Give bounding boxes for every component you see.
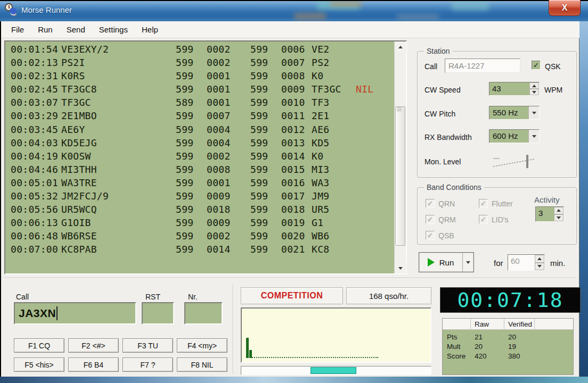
log-rst-s: 589 [176, 97, 207, 110]
fkey-button-6[interactable]: F6 B4 [68, 357, 119, 372]
log-rst-r: 599 [250, 230, 281, 244]
fkey-button-7[interactable]: F7 ? [123, 357, 173, 372]
run-button[interactable]: Run [419, 253, 462, 272]
cw-speed-spinner[interactable]: 43 [489, 82, 540, 96]
log-row: 00:04:03KD5EJG59900045990013KD5 [5, 137, 393, 151]
log-pref: WA3 [312, 177, 356, 190]
mon-level-label: Mon. Level [424, 157, 461, 166]
progress-bar [241, 366, 431, 375]
timer-display: 00:07:18 [440, 287, 581, 313]
station-call-input[interactable]: R4A-1227 [445, 59, 520, 73]
cw-speed-up-button[interactable] [529, 82, 539, 89]
fkey-button-3[interactable]: F3 TU [123, 338, 173, 353]
cw-pitch-label: CW Pitch [424, 110, 455, 118]
menu-item-run[interactable]: Run [31, 23, 60, 36]
activity-down-button[interactable] [554, 214, 564, 222]
cw-pitch-dropdown-button[interactable] [528, 106, 539, 119]
log-nr-s: 0001 [207, 84, 250, 97]
fkey-button-2[interactable]: F2 <#> [68, 338, 119, 353]
spin-down-icon [532, 91, 536, 94]
mon-level-slider[interactable] [490, 152, 539, 170]
qso-log-panel[interactable]: 00:01:54VE3EXY/259900025990006VE200:02:1… [4, 40, 407, 274]
station-group-title: Station [424, 47, 453, 55]
minutes-spinner[interactable]: 60 [508, 254, 545, 271]
log-rst-r: 599 [250, 84, 281, 97]
minutes-down-button[interactable] [535, 263, 544, 271]
qsk-label: QSK [545, 62, 561, 71]
log-time: 00:02:13 [11, 57, 61, 70]
scrollbar-grip-icon [397, 107, 402, 112]
log-nr-r: 0012 [281, 124, 312, 137]
lids-checkbox: ✓ [479, 215, 488, 224]
rx-bandwidth-select[interactable]: 600 Hz [489, 129, 540, 143]
qrn-checkbox: ✓ [426, 199, 435, 208]
scrollbar-down-button[interactable] [395, 263, 406, 273]
log-row: 00:04:46MI3THH59900085990015MI3 [5, 164, 393, 177]
log-nr-r: 0018 [281, 204, 312, 217]
close-button[interactable]: X [549, 0, 581, 16]
rx-bandwidth-label: RX Bandwidth [424, 133, 472, 141]
rate-value: 168 qso/hr. [369, 292, 409, 301]
check-icon: ✓ [480, 216, 486, 223]
log-call: G1OIB [61, 217, 176, 230]
log-call: JM2FCJ/9 [61, 190, 176, 204]
run-dropdown-button[interactable] [462, 253, 473, 272]
score-row-pts: Pts2120 [443, 333, 573, 343]
qsk-checkbox[interactable]: ✓ [532, 61, 541, 70]
run-control: Run [419, 252, 474, 272]
title-bar[interactable]: Morse Runner [0, 1, 588, 21]
app-icon [4, 3, 19, 18]
log-row: 00:05:32JM2FCJ/959900095990017JM9 [5, 190, 393, 204]
check-icon: ✓ [427, 200, 433, 207]
log-rst-s: 599 [176, 84, 207, 97]
log-nr-s: 0002 [207, 151, 250, 164]
log-rst-r: 599 [250, 110, 281, 123]
text-caret [56, 306, 58, 320]
minutes-up-button[interactable] [535, 255, 544, 263]
fkey-button-1[interactable]: F1 CQ [14, 338, 64, 353]
check-icon: ✓ [533, 62, 539, 69]
log-nr-r: 0009 [281, 84, 312, 97]
log-pref: 2E1 [312, 110, 356, 123]
menu-item-send[interactable]: Send [60, 23, 92, 36]
timer-value: 00:07:18 [457, 288, 563, 312]
menu-item-help[interactable]: Help [135, 23, 165, 36]
log-time: 00:03:29 [11, 110, 61, 123]
rx-bandwidth-dropdown-button[interactable] [528, 130, 539, 143]
fkey-button-5[interactable]: F5 <his> [14, 357, 64, 372]
log-rst-r: 599 [250, 151, 281, 164]
fkey-button-4[interactable]: F4 <my> [177, 338, 227, 353]
checkbox-label: LID's [492, 215, 508, 224]
log-call: WB6RSE [61, 230, 176, 244]
entry-nr-input[interactable] [184, 302, 223, 324]
log-time: 00:06:48 [11, 230, 61, 244]
menu-item-file[interactable]: File [4, 23, 31, 36]
log-time: 00:01:54 [11, 44, 61, 57]
log-time: 00:06:13 [11, 217, 61, 230]
log-rst-s: 599 [176, 124, 207, 137]
graph-bar [249, 350, 252, 358]
log-call: MI3THH [61, 164, 176, 177]
slider-thumb[interactable] [526, 155, 528, 168]
activity-spinner[interactable]: 3 [535, 206, 564, 222]
entry-call-input[interactable]: JA3XN [14, 302, 136, 324]
log-nr-s: 0004 [207, 137, 250, 151]
fkey-button-8[interactable]: F8 NIL [177, 357, 227, 372]
entry-rst-input[interactable] [142, 302, 174, 324]
score-verified: 20 [508, 333, 516, 341]
window-title: Morse Runner [21, 5, 72, 14]
cw-pitch-select[interactable]: 550 Hz [489, 106, 540, 120]
menu-item-settings[interactable]: Settings [92, 23, 135, 36]
log-rst-s: 599 [176, 164, 207, 177]
score-label: Score [447, 352, 466, 360]
scrollbar-up-button[interactable] [395, 41, 406, 52]
log-time: 00:07:00 [11, 244, 61, 257]
scrollbar-thumb[interactable] [395, 106, 405, 246]
log-scrollbar[interactable] [394, 41, 406, 273]
cw-speed-down-button[interactable] [529, 89, 539, 95]
log-rst-s: 599 [176, 190, 207, 204]
activity-up-button[interactable] [554, 207, 564, 214]
qsb-checkbox: ✓ [426, 231, 435, 240]
log-call: TF3GC8 [61, 84, 176, 97]
log-nr-s: 0004 [207, 124, 250, 137]
